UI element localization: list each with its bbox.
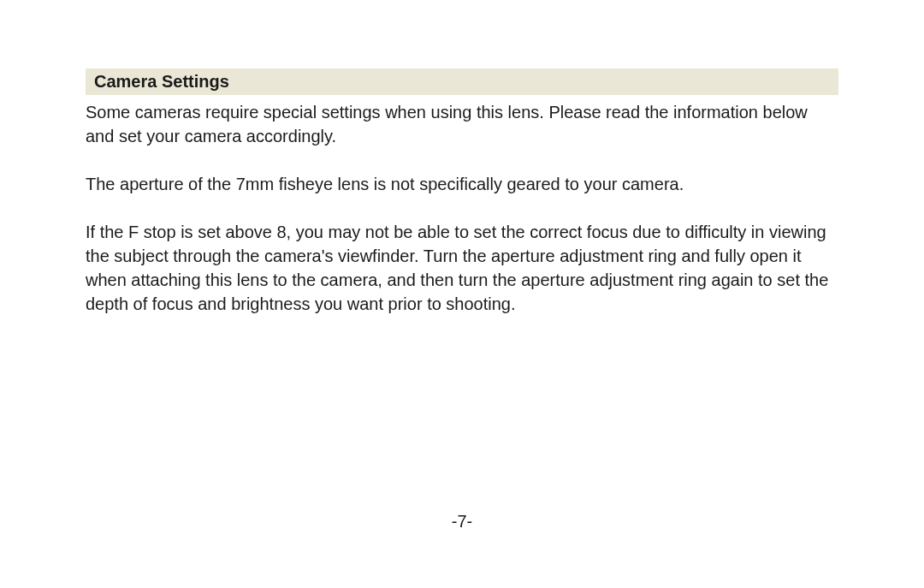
section-header: Camera Settings [86,68,838,95]
paragraph-fstop: If the F stop is set above 8, you may no… [86,220,838,316]
paragraph-intro: Some cameras require special settings wh… [86,100,838,148]
paragraph-aperture: The aperture of the 7mm fisheye lens is … [86,172,838,196]
page-number: -7- [0,512,924,532]
